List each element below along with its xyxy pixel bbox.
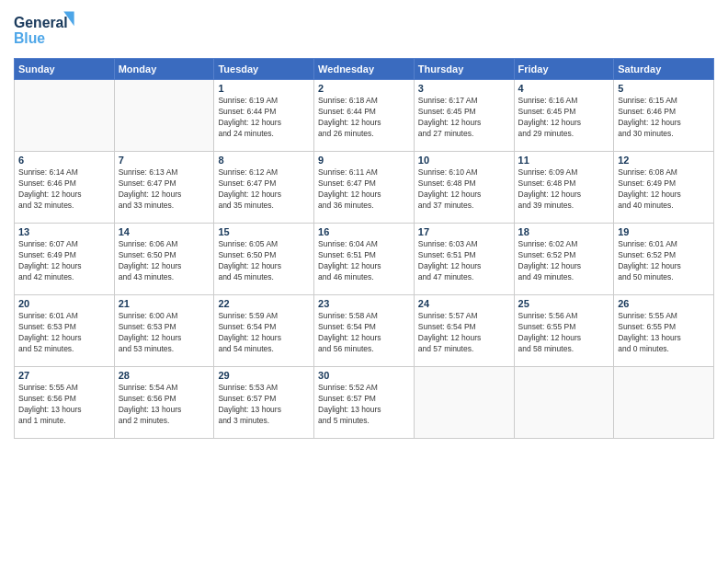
calendar-week-row: 6Sunrise: 6:14 AM Sunset: 6:46 PM Daylig…: [15, 152, 714, 224]
calendar-cell: 17Sunrise: 6:03 AM Sunset: 6:51 PM Dayli…: [414, 224, 514, 295]
weekday-header: Saturday: [614, 59, 714, 80]
day-info: Sunrise: 5:53 AM Sunset: 6:57 PM Dayligh…: [218, 383, 310, 427]
day-number: 12: [618, 155, 710, 166]
calendar-cell: [15, 80, 115, 152]
day-info: Sunrise: 5:56 AM Sunset: 6:55 PM Dayligh…: [518, 311, 610, 355]
day-number: 29: [218, 370, 310, 381]
day-number: 16: [318, 226, 410, 237]
day-info: Sunrise: 6:07 AM Sunset: 6:49 PM Dayligh…: [18, 239, 110, 283]
calendar-cell: 22Sunrise: 5:59 AM Sunset: 6:54 PM Dayli…: [214, 295, 314, 367]
day-info: Sunrise: 6:03 AM Sunset: 6:51 PM Dayligh…: [418, 239, 510, 283]
day-info: Sunrise: 6:15 AM Sunset: 6:46 PM Dayligh…: [618, 96, 710, 140]
weekday-header: Sunday: [15, 59, 115, 80]
day-number: 19: [618, 226, 710, 237]
calendar-cell: 14Sunrise: 6:06 AM Sunset: 6:50 PM Dayli…: [114, 224, 214, 295]
calendar-cell: 26Sunrise: 5:55 AM Sunset: 6:55 PM Dayli…: [614, 295, 714, 367]
calendar-cell: 21Sunrise: 6:00 AM Sunset: 6:53 PM Dayli…: [114, 295, 214, 367]
day-number: 8: [218, 155, 310, 166]
day-info: Sunrise: 5:54 AM Sunset: 6:56 PM Dayligh…: [119, 383, 210, 427]
day-number: 7: [119, 155, 210, 166]
calendar-cell: 4Sunrise: 6:16 AM Sunset: 6:45 PM Daylig…: [514, 80, 614, 152]
day-number: 20: [18, 298, 110, 309]
day-info: Sunrise: 6:00 AM Sunset: 6:53 PM Dayligh…: [119, 311, 210, 355]
day-number: 3: [418, 83, 510, 94]
day-info: Sunrise: 6:01 AM Sunset: 6:53 PM Dayligh…: [18, 311, 110, 355]
page-header: GeneralBlue: [14, 9, 714, 51]
weekday-header: Wednesday: [314, 59, 415, 80]
day-info: Sunrise: 5:59 AM Sunset: 6:54 PM Dayligh…: [218, 311, 310, 355]
calendar-week-row: 1Sunrise: 6:19 AM Sunset: 6:44 PM Daylig…: [15, 80, 714, 152]
day-number: 11: [518, 155, 610, 166]
weekday-header: Thursday: [414, 59, 514, 80]
day-number: 24: [418, 298, 510, 309]
day-info: Sunrise: 6:08 AM Sunset: 6:49 PM Dayligh…: [618, 167, 710, 212]
day-info: Sunrise: 5:55 AM Sunset: 6:56 PM Dayligh…: [18, 383, 110, 427]
day-info: Sunrise: 6:19 AM Sunset: 6:44 PM Dayligh…: [218, 96, 310, 140]
day-number: 28: [119, 370, 210, 381]
weekday-header-row: SundayMondayTuesdayWednesdayThursdayFrid…: [15, 59, 714, 80]
day-number: 15: [218, 226, 310, 237]
calendar-cell: 18Sunrise: 6:02 AM Sunset: 6:52 PM Dayli…: [514, 224, 614, 295]
calendar-cell: 12Sunrise: 6:08 AM Sunset: 6:49 PM Dayli…: [614, 152, 714, 224]
day-info: Sunrise: 6:02 AM Sunset: 6:52 PM Dayligh…: [518, 239, 610, 283]
day-info: Sunrise: 6:16 AM Sunset: 6:45 PM Dayligh…: [518, 96, 610, 140]
day-info: Sunrise: 6:11 AM Sunset: 6:47 PM Dayligh…: [318, 167, 410, 212]
calendar-cell: 28Sunrise: 5:54 AM Sunset: 6:56 PM Dayli…: [114, 367, 214, 439]
day-info: Sunrise: 5:55 AM Sunset: 6:55 PM Dayligh…: [618, 311, 710, 355]
calendar-cell: 2Sunrise: 6:18 AM Sunset: 6:44 PM Daylig…: [314, 80, 415, 152]
day-number: 14: [119, 226, 210, 237]
day-number: 25: [518, 298, 610, 309]
day-info: Sunrise: 6:12 AM Sunset: 6:47 PM Dayligh…: [218, 167, 310, 212]
calendar-cell: 19Sunrise: 6:01 AM Sunset: 6:52 PM Dayli…: [614, 224, 714, 295]
calendar-cell: 3Sunrise: 6:17 AM Sunset: 6:45 PM Daylig…: [414, 80, 514, 152]
calendar-cell: 27Sunrise: 5:55 AM Sunset: 6:56 PM Dayli…: [15, 367, 115, 439]
day-info: Sunrise: 6:18 AM Sunset: 6:44 PM Dayligh…: [318, 96, 410, 140]
day-number: 5: [618, 83, 710, 94]
calendar-cell: [414, 367, 514, 439]
logo-icon: GeneralBlue: [14, 9, 78, 51]
day-info: Sunrise: 6:17 AM Sunset: 6:45 PM Dayligh…: [418, 96, 510, 140]
calendar-cell: 6Sunrise: 6:14 AM Sunset: 6:46 PM Daylig…: [15, 152, 115, 224]
day-info: Sunrise: 6:14 AM Sunset: 6:46 PM Dayligh…: [18, 167, 110, 212]
day-info: Sunrise: 6:01 AM Sunset: 6:52 PM Dayligh…: [618, 239, 710, 283]
calendar-cell: 10Sunrise: 6:10 AM Sunset: 6:48 PM Dayli…: [414, 152, 514, 224]
calendar-week-row: 20Sunrise: 6:01 AM Sunset: 6:53 PM Dayli…: [15, 295, 714, 367]
day-number: 26: [618, 298, 710, 309]
calendar-cell: 30Sunrise: 5:52 AM Sunset: 6:57 PM Dayli…: [314, 367, 415, 439]
svg-text:Blue: Blue: [14, 30, 45, 46]
day-info: Sunrise: 6:13 AM Sunset: 6:47 PM Dayligh…: [119, 167, 210, 212]
calendar-cell: 1Sunrise: 6:19 AM Sunset: 6:44 PM Daylig…: [214, 80, 314, 152]
calendar-cell: 8Sunrise: 6:12 AM Sunset: 6:47 PM Daylig…: [214, 152, 314, 224]
day-number: 13: [18, 226, 110, 237]
weekday-header: Monday: [114, 59, 214, 80]
day-number: 2: [318, 83, 410, 94]
calendar-cell: 9Sunrise: 6:11 AM Sunset: 6:47 PM Daylig…: [314, 152, 415, 224]
weekday-header: Friday: [514, 59, 614, 80]
calendar-week-row: 13Sunrise: 6:07 AM Sunset: 6:49 PM Dayli…: [15, 224, 714, 295]
weekday-header: Tuesday: [214, 59, 314, 80]
calendar-cell: 16Sunrise: 6:04 AM Sunset: 6:51 PM Dayli…: [314, 224, 415, 295]
day-number: 1: [218, 83, 310, 94]
day-info: Sunrise: 6:06 AM Sunset: 6:50 PM Dayligh…: [119, 239, 210, 283]
calendar-cell: 20Sunrise: 6:01 AM Sunset: 6:53 PM Dayli…: [15, 295, 115, 367]
calendar-cell: 11Sunrise: 6:09 AM Sunset: 6:48 PM Dayli…: [514, 152, 614, 224]
calendar-cell: 25Sunrise: 5:56 AM Sunset: 6:55 PM Dayli…: [514, 295, 614, 367]
calendar-cell: 29Sunrise: 5:53 AM Sunset: 6:57 PM Dayli…: [214, 367, 314, 439]
calendar-cell: [114, 80, 214, 152]
day-info: Sunrise: 6:04 AM Sunset: 6:51 PM Dayligh…: [318, 239, 410, 283]
calendar-cell: [514, 367, 614, 439]
day-info: Sunrise: 5:57 AM Sunset: 6:54 PM Dayligh…: [418, 311, 510, 355]
day-info: Sunrise: 5:58 AM Sunset: 6:54 PM Dayligh…: [318, 311, 410, 355]
day-info: Sunrise: 5:52 AM Sunset: 6:57 PM Dayligh…: [318, 383, 410, 427]
day-number: 27: [18, 370, 110, 381]
calendar-table: SundayMondayTuesdayWednesdayThursdayFrid…: [14, 58, 714, 439]
day-number: 18: [518, 226, 610, 237]
calendar-cell: 23Sunrise: 5:58 AM Sunset: 6:54 PM Dayli…: [314, 295, 415, 367]
calendar-cell: 7Sunrise: 6:13 AM Sunset: 6:47 PM Daylig…: [114, 152, 214, 224]
calendar-cell: 24Sunrise: 5:57 AM Sunset: 6:54 PM Dayli…: [414, 295, 514, 367]
calendar-cell: 5Sunrise: 6:15 AM Sunset: 6:46 PM Daylig…: [614, 80, 714, 152]
calendar-cell: 15Sunrise: 6:05 AM Sunset: 6:50 PM Dayli…: [214, 224, 314, 295]
day-number: 23: [318, 298, 410, 309]
day-number: 9: [318, 155, 410, 166]
day-info: Sunrise: 6:05 AM Sunset: 6:50 PM Dayligh…: [218, 239, 310, 283]
